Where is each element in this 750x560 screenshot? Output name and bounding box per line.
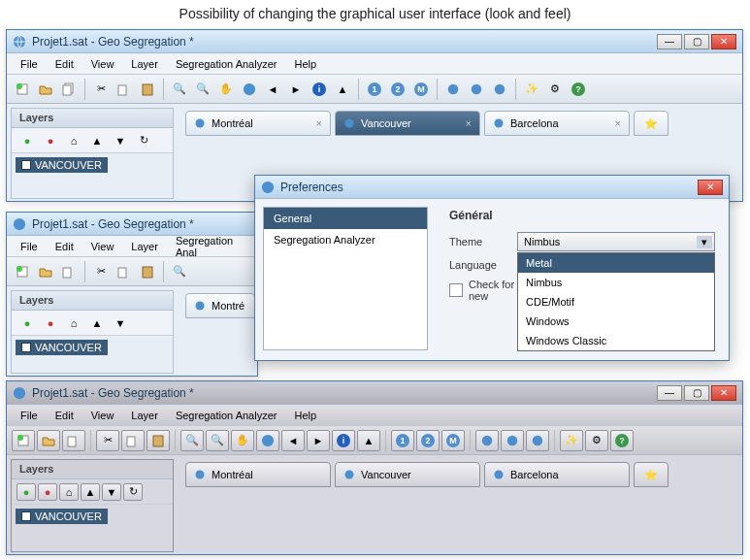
theme-option-cdemotif[interactable]: CDE/Motif [518,292,714,312]
theme-option-windows[interactable]: Windows [518,312,714,331]
down-icon[interactable]: ▼ [110,130,131,151]
menu-file[interactable]: File [13,407,46,424]
add-icon[interactable]: ● [16,130,38,151]
up-icon[interactable]: ▲ [86,313,108,334]
new-layer-icon[interactable] [12,430,35,451]
home-icon[interactable]: ⌂ [63,313,84,334]
zoom-out-icon[interactable]: 🔍 [192,79,213,100]
theme-option-metal[interactable]: Metal [518,253,714,273]
wand-icon[interactable]: ✨ [560,430,583,451]
back-icon[interactable]: ◄ [262,79,283,100]
titlebar[interactable]: Projet1.sat - Geo Segregation * — ▢ ✕ [7,381,742,405]
marker-2-icon[interactable]: 2 [416,430,440,451]
zoom-in-icon[interactable]: 🔍 [169,79,190,100]
info-icon[interactable]: i [309,79,330,100]
minimize-button[interactable]: — [657,385,682,401]
help-icon[interactable]: ? [568,79,589,100]
minimize-button[interactable]: — [657,34,682,49]
layer-item[interactable]: VANCOUVER [16,340,108,355]
globe-icon[interactable] [256,430,279,451]
add-icon[interactable]: ● [16,483,36,501]
theme-option-windows-classic[interactable]: Windows Classic [518,331,714,350]
menu-view[interactable]: View [83,55,122,73]
globe-icon[interactable] [239,79,260,100]
help-icon[interactable]: ? [610,430,634,451]
pointer-icon[interactable]: ▲ [332,79,353,100]
wand-icon[interactable]: ✨ [521,79,542,100]
tab-close-icon[interactable]: × [615,117,621,129]
layer-item[interactable]: VANCOUVER [16,157,108,173]
copy2-icon[interactable] [114,79,135,100]
theme-option-nimbus[interactable]: Nimbus [518,273,714,292]
home-icon[interactable]: ⌂ [59,483,79,501]
cut-icon[interactable]: ✂ [90,261,112,282]
copy-icon[interactable] [58,79,80,100]
copy-icon[interactable] [58,261,80,282]
cut-icon[interactable]: ✂ [90,79,112,100]
menu-edit[interactable]: Edit [48,407,82,424]
paste-icon[interactable] [147,430,170,451]
marker-m-icon[interactable]: M [441,430,465,451]
gear-icon[interactable]: ⚙ [544,79,566,100]
copy2-icon[interactable] [114,261,135,282]
paste-icon[interactable] [137,79,158,100]
paste-icon[interactable] [137,261,158,282]
tab-montreal[interactable]: Montréal× [185,111,331,136]
refresh-icon[interactable]: ↻ [123,483,143,501]
marker-1-icon[interactable]: 1 [391,430,414,451]
menu-view[interactable]: View [83,238,122,255]
pan-icon[interactable]: ✋ [215,79,237,100]
zoom-in-icon[interactable]: 🔍 [180,430,204,451]
menu-layer[interactable]: Layer [123,55,166,73]
home-icon[interactable]: ⌂ [63,130,84,151]
remove-icon[interactable]: ● [38,483,57,501]
copy-icon[interactable] [62,430,85,451]
menu-file[interactable]: File [13,55,46,73]
new-layer-icon[interactable] [12,79,33,100]
close-button[interactable]: ✕ [711,385,736,401]
globe-tool-2-icon[interactable] [501,430,524,451]
close-button[interactable]: ✕ [711,34,736,49]
check-updates-checkbox[interactable] [449,283,463,297]
menu-segregation-analyzer[interactable]: Segregation Analyzer [168,407,285,424]
theme-combo[interactable]: Nimbus ▾ Metal Nimbus CDE/Motif Windows … [517,232,715,251]
prefs-cat-segregation[interactable]: Segregation Analyzer [264,229,427,250]
forward-icon[interactable]: ► [307,430,330,451]
tab-new[interactable]: ⭐ [634,462,668,487]
pan-icon[interactable]: ✋ [231,430,254,451]
open-icon[interactable] [35,261,56,282]
back-icon[interactable]: ◄ [281,430,305,451]
tab-barcelona[interactable]: Barcelona [484,462,630,487]
globe-tool-3-icon[interactable] [489,79,510,100]
remove-icon[interactable]: ● [40,130,61,151]
open-icon[interactable] [37,430,60,451]
menu-layer[interactable]: Layer [123,238,166,255]
menu-edit[interactable]: Edit [48,238,82,255]
tab-new[interactable]: ⭐ [634,111,668,136]
menu-layer[interactable]: Layer [123,407,166,424]
marker-1-icon[interactable]: 1 [364,79,385,100]
layer-item[interactable]: VANCOUVER [16,509,108,524]
tab-close-icon[interactable]: × [316,117,322,129]
tab-barcelona[interactable]: Barcelona× [484,111,630,136]
titlebar[interactable]: Projet1.sat - Geo Segregation * — ▢ ✕ [7,30,742,53]
menu-view[interactable]: View [83,407,122,424]
prefs-cat-general[interactable]: General [264,208,427,229]
menu-edit[interactable]: Edit [48,55,82,73]
marker-m-icon[interactable]: M [410,79,432,100]
info-icon[interactable]: i [332,430,355,451]
globe-tool-2-icon[interactable] [466,79,487,100]
menu-segregation-analyzer[interactable]: Segregation Analyzer [168,55,285,73]
zoom-in-icon[interactable]: 🔍 [169,261,190,282]
menu-file[interactable]: File [13,238,46,255]
up-icon[interactable]: ▲ [81,483,100,501]
tab-montreal[interactable]: Montré [185,293,255,318]
tab-vancouver[interactable]: Vancouver [335,462,480,487]
globe-tool-1-icon[interactable] [475,430,499,451]
pointer-icon[interactable]: ▲ [357,430,380,451]
tab-vancouver[interactable]: Vancouver× [335,111,480,136]
down-icon[interactable]: ▼ [110,313,131,334]
globe-tool-3-icon[interactable] [526,430,549,451]
forward-icon[interactable]: ► [285,79,307,100]
maximize-button[interactable]: ▢ [684,385,709,401]
